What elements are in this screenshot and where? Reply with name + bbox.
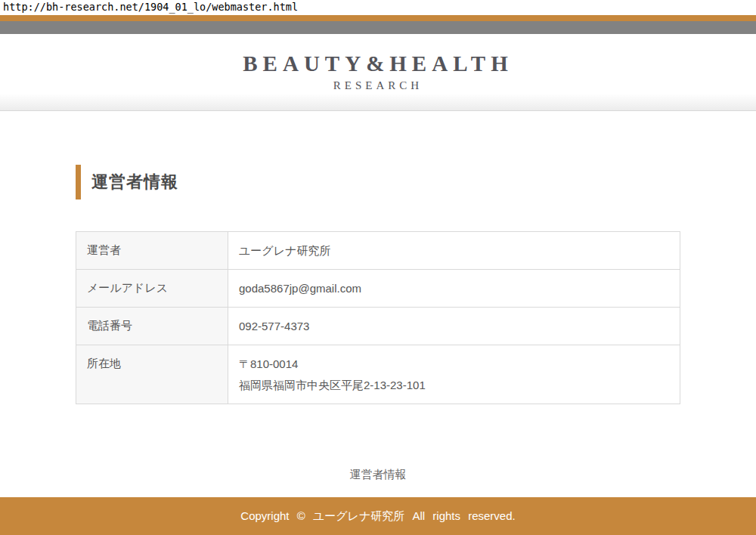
row-label: メールアドレス [76, 270, 228, 308]
top-gray-bar [0, 21, 756, 34]
logo-subtitle: RESEARCH [243, 79, 513, 92]
heading-accent-bar [76, 165, 81, 199]
table-row-address: 所在地 〒810-0014 福岡県福岡市中央区平尾2-13-23-101 [76, 345, 680, 404]
footer-nav: 運営者情報 [76, 468, 680, 482]
main-content: 運営者情報 運営者 ユーグレナ研究所 メールアドレス goda5867jp@gm… [76, 165, 680, 482]
page-title: 運営者情報 [91, 171, 178, 193]
page-url: http://bh-research.net/1904_01_lo/webmas… [3, 1, 298, 13]
table-row-operator: 運営者 ユーグレナ研究所 [76, 232, 680, 270]
row-value: 〒810-0014 福岡県福岡市中央区平尾2-13-23-101 [228, 345, 680, 404]
row-value-line: 〒810-0014 [239, 357, 669, 371]
site-logo[interactable]: BEAUTY&HEALTH RESEARCH [243, 52, 513, 93]
row-label: 電話番号 [76, 308, 228, 345]
footer-link-operator-info[interactable]: 運営者情報 [350, 468, 407, 481]
row-label: 所在地 [76, 345, 228, 404]
row-value-line: goda5867jp@gmail.com [239, 281, 669, 295]
row-value-line: 092-577-4373 [239, 319, 669, 333]
table-row-email: メールアドレス goda5867jp@gmail.com [76, 270, 680, 308]
row-value: 092-577-4373 [228, 308, 680, 345]
logo-title: BEAUTY&HEALTH [243, 52, 513, 76]
row-value: goda5867jp@gmail.com [228, 270, 680, 308]
row-value-line: ユーグレナ研究所 [239, 243, 669, 258]
page: http://bh-research.net/1904_01_lo/webmas… [0, 0, 756, 535]
row-value-line: 福岡県福岡市中央区平尾2-13-23-101 [239, 378, 669, 392]
row-value: ユーグレナ研究所 [228, 232, 680, 270]
section-heading: 運営者情報 [76, 165, 680, 199]
url-bar: http://bh-research.net/1904_01_lo/webmas… [0, 0, 756, 15]
operator-info-table: 運営者 ユーグレナ研究所 メールアドレス goda5867jp@gmail.co… [76, 231, 680, 404]
copyright-text: Copyright © ユーグレナ研究所 All rights reserved… [240, 509, 515, 522]
row-label: 運営者 [76, 232, 228, 270]
copyright-bar: Copyright © ユーグレナ研究所 All rights reserved… [0, 497, 756, 535]
site-header: BEAUTY&HEALTH RESEARCH [0, 34, 756, 111]
table-row-phone: 電話番号 092-577-4373 [76, 308, 680, 345]
top-accent-strip [0, 15, 756, 21]
